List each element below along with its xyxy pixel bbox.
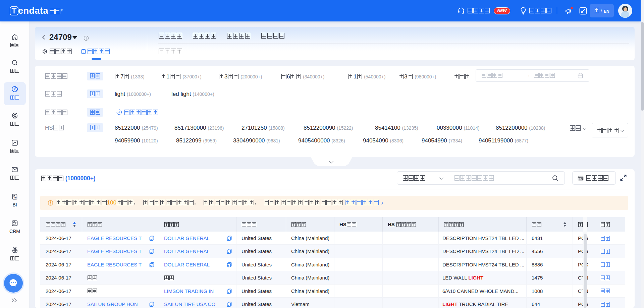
svg-text:BI: BI <box>14 196 17 199</box>
